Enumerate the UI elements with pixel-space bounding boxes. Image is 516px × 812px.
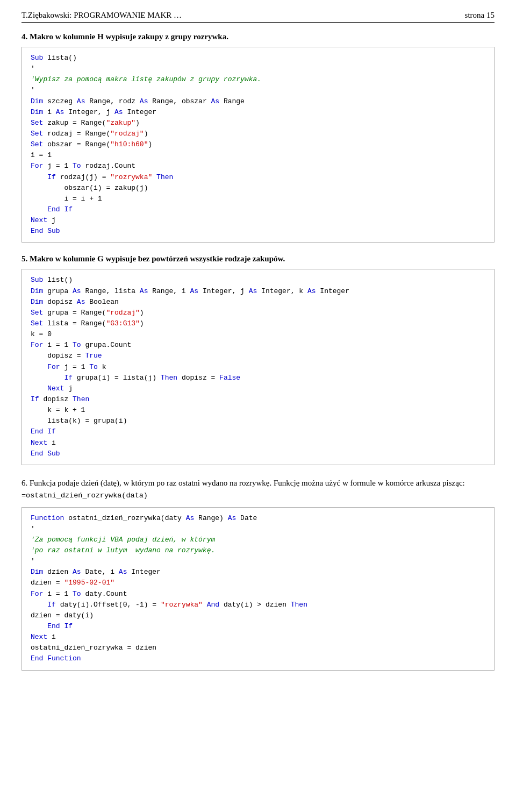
section-6-inline-code: =ostatni_dzień_rozrywka(data) bbox=[22, 492, 148, 500]
section-4: 4. Makro w kolumnie H wypisuje zakupy z … bbox=[22, 32, 494, 243]
section-6: 6. Funkcja podaje dzień (datę), w którym… bbox=[22, 477, 494, 671]
section-5-code: Sub list() Dim grupa As Range, lista As … bbox=[22, 269, 494, 465]
section-6-code: Function ostatni_dzień_rozrywka(daty As … bbox=[22, 507, 494, 671]
section-6-paragraph: 6. Funkcja podaje dzień (datę), w którym… bbox=[22, 477, 494, 502]
section-4-title: 4. Makro w kolumnie H wypisuje zakupy z … bbox=[22, 32, 494, 41]
section-4-code: Sub lista() ' 'Wypisz za pomocą makra li… bbox=[22, 47, 494, 243]
section-5-title: 5. Makro w kolumnie G wypisuje bez powtó… bbox=[22, 254, 494, 263]
header-left: T.Ziębakowski: PROGRAMOWANIE MAKR … bbox=[22, 11, 182, 20]
page-header: T.Ziębakowski: PROGRAMOWANIE MAKR … stro… bbox=[22, 11, 494, 23]
section-5: 5. Makro w kolumnie G wypisuje bez powtó… bbox=[22, 254, 494, 465]
header-right: strona 15 bbox=[465, 11, 494, 20]
section-6-text: 6. Funkcja podaje dzień (datę), w którym… bbox=[22, 479, 465, 487]
